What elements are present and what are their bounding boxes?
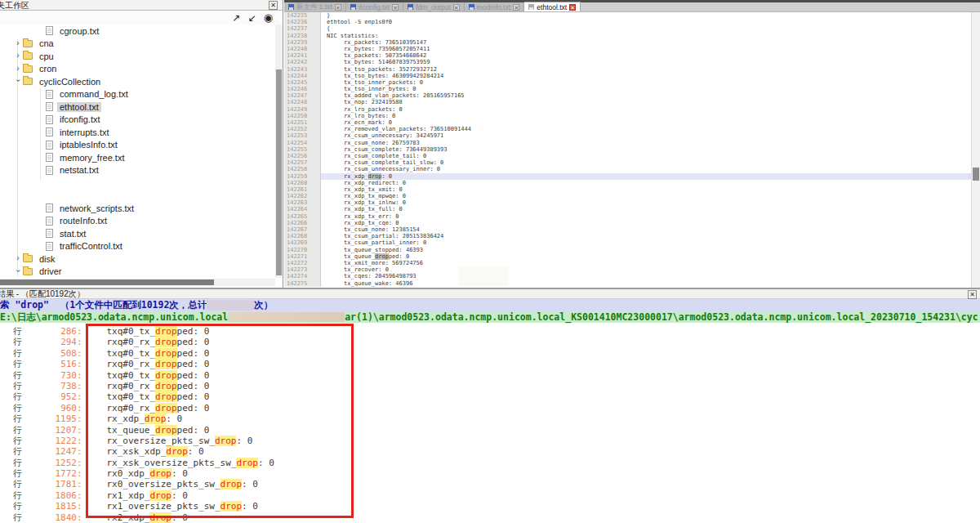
editor-line[interactable]: 142255 rx_csum_complete: 736449389393 (284, 146, 971, 153)
editor-line[interactable]: 142260 rx_xdp_redirect: 0 (284, 180, 971, 186)
tab-fdm_output[interactable]: fdm_output✕ (403, 2, 465, 11)
result-row[interactable]: 行1195: rx_xdp_drop: 0 (0, 413, 980, 423)
tree-horizontal-scrollbar[interactable] (0, 279, 275, 286)
result-row[interactable]: 行294: rxq#0_rx_dropped: 0 (0, 336, 980, 346)
result-row[interactable]: 行952: txq#0_tx_dropped: 0 (0, 391, 980, 401)
editor-line[interactable]: 142270 tx_queue_stopped: 46393 (284, 247, 971, 253)
editor-line[interactable]: 142241 tx_packets: 507354668642 (284, 52, 971, 59)
search-summary[interactable]: 索 "drop" （1个文件中匹配到10192次，总计 次） (0, 299, 980, 311)
editor-line[interactable]: 142271 tx_queue_dropped: 0 (284, 253, 971, 260)
editor-line[interactable]: 142251 rx_ecn_mark: 0 (284, 119, 971, 126)
scrollbar-thumb[interactable] (973, 168, 979, 181)
close-icon[interactable]: ✕ (269, 1, 278, 10)
editor-line[interactable]: 142248 tx_nop: 232419588 (284, 99, 971, 105)
editor-line[interactable]: 142264 rx_xdp_tx_full: 0 (284, 206, 971, 212)
tree-item-ethtool-txt[interactable]: ›ethtool.txt (0, 101, 275, 114)
result-row[interactable]: 行1781: rx0_oversize_pkts_sw_drop: 0 (0, 478, 980, 489)
editor-line[interactable]: 142252 rx_removed_vlan_packets: 73651009… (284, 126, 971, 132)
editor-line[interactable]: 142273 tx_recover: 0 (284, 266, 971, 273)
scrollbar-thumb[interactable] (0, 279, 214, 285)
editor-line[interactable]: 142246 tx_tso_inner_bytes: 0 (284, 86, 971, 92)
editor-line[interactable]: 142263 rx_xdp_tx_inlnw: 0 (284, 199, 971, 206)
locate-file-icon[interactable]: ◉ (264, 12, 273, 24)
tree-item-driver[interactable]: ›driver (0, 266, 275, 279)
chevron-right-icon[interactable]: › (13, 51, 23, 60)
editor-line[interactable]: 142261 rx_xdp_tx_xmit: 0 (284, 186, 971, 193)
result-row[interactable]: 行1207: tx_queue_dropped: 0 (0, 424, 980, 435)
collapse-all-icon[interactable]: ↙ (248, 12, 256, 24)
editor-line[interactable]: 142237{ (284, 25, 971, 32)
tree-item-memory_free-txt[interactable]: ›memory_free.txt (0, 151, 275, 164)
tab--1-txt[interactable]: 新文件 1.txt✕ (284, 2, 346, 11)
editor-line[interactable]: 142266 rx_xdp_tx_cqe: 0 (284, 220, 971, 226)
editor-line[interactable]: 142257 rx_csum_complete_tail_slow: 0 (284, 159, 971, 166)
chevron-right-icon[interactable]: › (13, 64, 23, 73)
tree-item-cyclicCollection[interactable]: ›cyclicCollection (0, 75, 275, 88)
close-icon[interactable]: ✕ (335, 4, 341, 11)
editor-line[interactable]: 142247 tx_added_vlan_packets: 2051659571… (284, 92, 971, 99)
result-row[interactable]: 行738: rxq#0_rx_dropped: 0 (0, 380, 980, 391)
editor-line[interactable]: 142254 rx_csum_none: 26759783 (284, 140, 971, 146)
tree-item-cpu[interactable]: ›cpu (0, 50, 275, 63)
result-row[interactable]: 行508: txq#0_tx_dropped: 0 (0, 347, 980, 358)
tab-ifconfig-txt[interactable]: ifconfig.txt✕ (346, 2, 403, 11)
tab-ethtool-txt[interactable]: ethtool.txt✕ (524, 2, 581, 11)
tree-item-routeInfo-txt[interactable]: ›routeInfo.txt (0, 215, 275, 228)
editor-line[interactable]: 142265 rx_xdp_tx_err: 0 (284, 213, 971, 220)
editor-line[interactable]: 142275 tx_queue_wake: 46396 (284, 280, 971, 287)
result-row[interactable]: 行1252: rx_xsk_oversize_pkts_sw_drop: 0 (0, 457, 980, 467)
result-row[interactable]: 行1806: rx1_xdp_drop: 0 (0, 489, 980, 500)
editor-line[interactable]: 142253 rx_csum_unnecessary: 34245971 (284, 132, 971, 139)
result-row[interactable]: 行516: rxq#0_rx_dropped: 0 (0, 358, 980, 369)
chevron-down-icon[interactable]: › (14, 266, 23, 275)
editor-line[interactable]: 142244 tx_tso_bytes: 463099429284214 (284, 73, 971, 79)
editor-line[interactable]: 142268 tx_csum_partial: 205153836424 (284, 233, 971, 239)
expand-all-icon[interactable]: ↗ (233, 12, 241, 24)
result-row[interactable]: 行286: txq#0_tx_dropped: 0 (0, 325, 980, 336)
result-file-path[interactable]: E:\日志\armod0523.odata.ncmp.unicom.local … (0, 311, 980, 323)
close-icon[interactable]: ✕ (453, 4, 460, 11)
editor-line[interactable]: 142272 tx_xmit_more: 569724756 (284, 260, 971, 266)
result-row[interactable]: 行1222: rx_oversize_pkts_sw_drop: 0 (0, 435, 980, 445)
editor-line[interactable]: 142238NIC statistics: (284, 33, 971, 39)
close-icon[interactable]: ✕ (513, 4, 519, 11)
chevron-right-icon[interactable]: › (13, 38, 23, 47)
chevron-right-icon[interactable]: › (13, 253, 23, 262)
editor-line[interactable]: 142267 tx_csum_none: 12385154 (284, 226, 971, 233)
result-row[interactable]: 行1840: rx2_xdp_drop: 0 (0, 512, 980, 522)
editor-line[interactable]: 142243 tx_tso_packets: 35272932712 (284, 66, 971, 73)
tab-modinfo-txt[interactable]: modinfo.txt✕ (465, 2, 525, 11)
close-icon[interactable]: ✕ (392, 4, 399, 11)
editor-line[interactable]: 142259 rx_xdp_drop: 0 (284, 173, 971, 180)
close-icon[interactable]: ✕ (968, 290, 977, 299)
tree-item-cron[interactable]: ›cron (0, 63, 275, 76)
result-row[interactable]: 行1772: rx0_xdp_drop: 0 (0, 467, 980, 478)
tree-item-network_scripts-txt[interactable]: ›network_scripts.txt (0, 202, 275, 215)
scrollbar-thumb[interactable] (276, 69, 282, 275)
editor-line[interactable]: 142274 tx_cqes: 204596498793 (284, 273, 971, 279)
tree-item-interrupts-txt[interactable]: ›interrupts.txt (0, 126, 275, 139)
tree-vertical-scrollbar[interactable] (275, 25, 283, 278)
chevron-down-icon[interactable]: › (14, 76, 23, 86)
close-icon[interactable]: ✕ (569, 4, 576, 11)
editor-line[interactable]: 142250 rx_lro_bytes: 0 (284, 113, 971, 119)
tree-item-netstat-txt[interactable]: ›netstat.txt (0, 164, 275, 177)
editor-line[interactable]: 142242 tx_bytes: 514607839753959 (284, 59, 971, 65)
editor-line[interactable]: 142240 rx_bytes: 735960572057411 (284, 46, 971, 52)
tree-item-command_log-txt[interactable]: ›command_log.txt (0, 88, 275, 101)
code-editor[interactable]: 142235}142236ethtool -S enp1s0f0142237{1… (284, 12, 971, 288)
tree-item-stat-txt[interactable]: ›stat.txt (0, 227, 275, 240)
result-row[interactable]: 行960: rxq#0_rx_dropped: 0 (0, 402, 980, 413)
tree-item-iptablesInfo-txt[interactable]: ›iptablesInfo.txt (0, 139, 275, 152)
tree-item-cna[interactable]: ›cna (0, 38, 275, 51)
editor-line[interactable]: 142235} (284, 12, 971, 19)
tree-item-trafficControl-txt[interactable]: ›trafficControl.txt (0, 240, 275, 253)
editor-line[interactable]: 142258 rx_csum_unnecessary_inner: 0 (284, 166, 971, 172)
editor-vertical-scrollbar[interactable] (971, 12, 980, 288)
result-row[interactable]: 行1815: rx1_oversize_pkts_sw_drop: 0 (0, 500, 980, 511)
tree-item-disk[interactable]: ›disk (0, 253, 275, 266)
editor-line[interactable]: 142245 tx_tso_inner_packets: 0 (284, 79, 971, 86)
tree-item-cgroup-txt[interactable]: ›cgroup.txt (0, 25, 275, 38)
editor-line[interactable]: 142239 rx_packets: 736510395147 (284, 39, 971, 46)
editor-line[interactable]: 142249 rx_lro_packets: 0 (284, 106, 971, 113)
